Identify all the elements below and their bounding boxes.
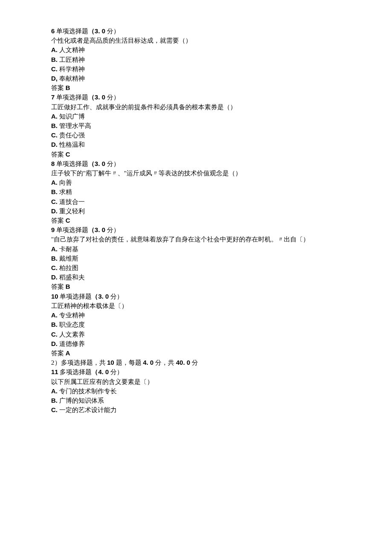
q6-answer-label: 答案 (51, 84, 66, 91)
question-10-option-a: A. 专业精神 (51, 311, 341, 320)
q11-a-text: 专门的技术制作专长 (58, 388, 117, 395)
q8-score: 3. 0 (95, 160, 105, 167)
q7-type: 单项选择题 (55, 94, 88, 101)
q10-score-open: （ (92, 293, 98, 300)
q11-num: 11 (51, 368, 58, 375)
question-9-option-a: A. 卡耐基 (51, 244, 341, 254)
question-7-stem: 工匠做好工作、成就事业的前提条件和必须具备的根本素券是（） (51, 102, 341, 112)
question-9-option-c: C. 柏拉图 (51, 263, 341, 273)
q10-num: 10 (51, 293, 58, 300)
q8-d-label: D. (51, 207, 58, 215)
q7-a-text: 知识广博 (58, 113, 85, 120)
question-10-option-c: C. 人文素养 (51, 330, 341, 339)
q11-c-text: 一定的艺术设计能力 (58, 407, 117, 413)
q8-a-text: 向善 (58, 179, 72, 186)
q11-score: 4. 0 (98, 368, 109, 375)
q8-score-close: 分） (105, 160, 120, 167)
s2-n2: 4. 0 (143, 359, 153, 366)
question-7-option-a: A. 知识广博 (51, 112, 341, 121)
question-9-option-b: B. 戴维斯 (51, 254, 341, 263)
q8-c-label: C. (51, 198, 58, 205)
question-7-option-b: B. 管理水平高 (51, 121, 341, 131)
question-11-option-b: B. 广博的知识体系 (51, 396, 341, 405)
question-6-option-d: D, 奉献精神 (51, 74, 341, 83)
q10-b-text: 职业态度 (58, 321, 85, 328)
q11-c-label: C. (51, 406, 58, 413)
q8-answer-label: 答案 (51, 217, 66, 224)
s2-p4: 分 (190, 359, 198, 366)
question-9-option-d: D. 稻盛和夫 (51, 273, 341, 282)
question-9-header: 9 单项选择题（3. 0 分） (51, 225, 341, 235)
q9-answer-value: B (66, 283, 70, 290)
q10-score: 3. 0 (98, 293, 109, 300)
q10-d-text: 道德修养 (58, 340, 85, 347)
q9-a-text: 卡耐基 (58, 246, 78, 253)
q9-score: 3. 0 (95, 226, 105, 233)
q10-type: 单项选择题 (58, 293, 92, 300)
q11-score-open: （ (92, 368, 98, 375)
q10-score-close: 分） (109, 293, 123, 300)
q11-a-label: A. (51, 387, 58, 395)
q7-score-open: （ (88, 93, 95, 101)
q7-c-text: 贵任心强 (58, 132, 85, 139)
q7-answer-value: C (66, 151, 70, 158)
question-7-option-c: C. 贵任心强 (51, 131, 341, 140)
q6-answer-value: B (66, 84, 70, 91)
question-7-answer: 答案 C (51, 150, 341, 159)
question-6-option-c: C. 科学精神 (51, 64, 341, 74)
q7-d-text: 性格温和 (58, 141, 85, 148)
question-8-option-b: B. 求精 (51, 187, 341, 197)
question-8-option-c: C. 道技合一 (51, 197, 341, 206)
q9-b-label: B. (51, 255, 58, 262)
q11-b-text: 广博的知识体系 (58, 397, 104, 404)
q9-d-text: 稻盛和夫 (58, 274, 85, 281)
q8-answer-value: C (66, 217, 70, 224)
question-8-stem: 庄子较下的"庖丁解牛〃、"运斤成风〃等表达的技术价值观念是（） (51, 169, 341, 178)
q8-a-label: A. (51, 179, 58, 186)
q6-d-text: 奉献精神 (58, 75, 85, 82)
q8-d-text: 重义轻利 (58, 208, 85, 215)
q6-d-label: D, (51, 75, 58, 82)
question-6-option-b: B. 工匠精神 (51, 55, 341, 64)
q9-score-open: （ (88, 226, 95, 233)
document-page: 6 单项选择题（3. 0 分） 个性化或者是高品质的生活目标达成，就需要（） A… (0, 0, 392, 440)
q10-answer-label: 答案 (51, 350, 66, 357)
question-6-answer: 答案 B (51, 83, 341, 93)
q8-type: 单项选择题 (55, 160, 88, 167)
q7-c-label: C. (51, 131, 58, 139)
q8-c-text: 道技合一 (58, 198, 85, 205)
question-11-stem: 以下所属工匠应有的含义要素是〔） (51, 377, 341, 386)
q11-score-close: 分） (109, 369, 123, 375)
question-6-header: 6 单项选择题（3. 0 分） (51, 26, 341, 36)
q6-c-label: C. (51, 65, 58, 73)
q10-c-label: C. (51, 331, 58, 338)
q9-c-label: C. (51, 264, 58, 271)
q10-a-label: A. (51, 311, 58, 319)
q8-score-open: （ (88, 160, 95, 167)
q7-score: 3. 0 (95, 93, 105, 101)
section-2-header: 2）多项选择题，共 10 题，每题 4. 0 分，共 40. 0 分 (51, 358, 341, 367)
q9-d-label: D. (51, 273, 58, 281)
question-11-header: 11 多项选择题（4. 0 分） (51, 367, 341, 377)
s2-p3: 分，共 (153, 359, 176, 366)
question-8-answer: 答案 C (51, 216, 341, 225)
s2-p1: 2）多项选择题，共 (51, 359, 107, 366)
q8-b-label: B. (51, 188, 58, 195)
s2-n1: 10 (107, 359, 114, 366)
question-8-header: 8 单项选择题（3. 0 分） (51, 159, 341, 169)
q10-answer-value: A (66, 349, 70, 357)
q7-score-close: 分） (105, 94, 120, 101)
question-10-header: 10 单项选择题（3. 0 分） (51, 292, 341, 301)
q10-c-text: 人文素养 (58, 331, 85, 338)
q6-a-label: A. (51, 46, 58, 53)
q11-type: 多项选择题 (58, 369, 92, 375)
question-7-header: 7 单项选择题（3. 0 分） (51, 93, 341, 102)
q7-a-label: A. (51, 113, 58, 120)
q6-score-open: （ (88, 27, 95, 35)
q6-b-text: 工匠精神 (58, 56, 85, 63)
q7-d-label: D. (51, 141, 58, 148)
q7-b-label: B. (51, 122, 58, 129)
q9-type: 单项选择题 (55, 227, 88, 233)
question-7-option-d: D. 性格温和 (51, 140, 341, 149)
question-10-answer: 答案 A (51, 349, 341, 358)
